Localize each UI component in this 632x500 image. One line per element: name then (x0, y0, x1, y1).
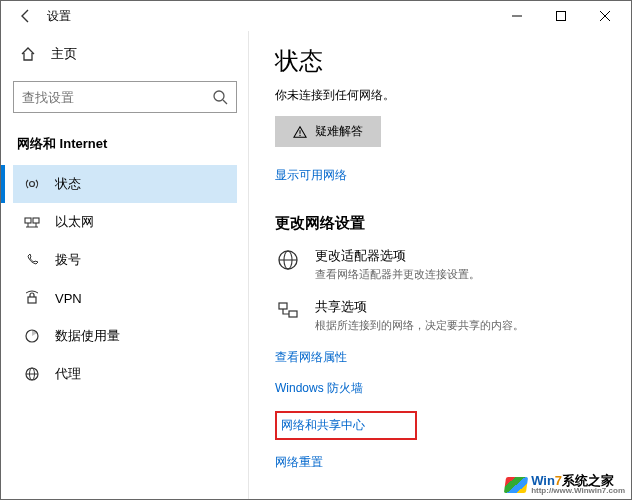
warning-icon (293, 125, 307, 139)
firewall-link[interactable]: Windows 防火墙 (275, 380, 613, 397)
adapter-options-title: 更改适配器选项 (315, 247, 480, 265)
change-settings-header: 更改网络设置 (275, 214, 613, 233)
sharing-center-link[interactable]: 网络和共享中心 (281, 417, 365, 434)
svg-point-4 (214, 91, 224, 101)
globe-icon (275, 247, 301, 273)
sidebar-item-label: VPN (55, 291, 82, 306)
window-title: 设置 (47, 8, 71, 25)
search-icon (212, 89, 228, 105)
show-networks-link[interactable]: 显示可用网络 (275, 167, 347, 184)
titlebar: 设置 (1, 1, 631, 31)
sidebar-item-label: 拨号 (55, 251, 81, 269)
sidebar-item-label: 状态 (55, 175, 81, 193)
svg-rect-1 (557, 12, 566, 21)
search-box[interactable] (13, 81, 237, 113)
back-button[interactable] (17, 7, 35, 25)
sharing-icon (275, 298, 301, 324)
troubleshoot-label: 疑难解答 (315, 123, 363, 140)
windows-flag-icon (504, 477, 528, 493)
svg-rect-7 (25, 218, 31, 223)
sidebar: 主页 网络和 Internet 状态以太网拨号VPN数据使用量代理 (1, 31, 249, 499)
minimize-button[interactable] (495, 1, 539, 31)
svg-rect-8 (33, 218, 39, 223)
sidebar-item-label: 代理 (55, 365, 81, 383)
troubleshoot-button[interactable]: 疑难解答 (275, 116, 381, 147)
home-nav[interactable]: 主页 (13, 39, 237, 69)
highlight-box: 网络和共享中心 (275, 411, 417, 440)
home-label: 主页 (51, 45, 77, 63)
sharing-options-title: 共享选项 (315, 298, 524, 316)
sidebar-item-0[interactable]: 状态 (13, 165, 237, 203)
svg-rect-12 (28, 297, 36, 303)
sidebar-item-label: 以太网 (55, 213, 94, 231)
network-reset-link[interactable]: 网络重置 (275, 454, 613, 471)
ethernet-icon (23, 213, 41, 231)
sidebar-item-4[interactable]: 数据使用量 (13, 317, 237, 355)
data-usage-icon (23, 327, 41, 345)
dialup-icon (23, 251, 41, 269)
sidebar-category: 网络和 Internet (13, 131, 237, 165)
svg-rect-22 (279, 303, 287, 309)
page-title: 状态 (275, 45, 613, 77)
sidebar-item-1[interactable]: 以太网 (13, 203, 237, 241)
maximize-button[interactable] (539, 1, 583, 31)
home-icon (19, 45, 37, 63)
svg-line-5 (223, 100, 227, 104)
sidebar-item-label: 数据使用量 (55, 327, 120, 345)
sidebar-item-5[interactable]: 代理 (13, 355, 237, 393)
network-properties-link[interactable]: 查看网络属性 (275, 349, 613, 366)
svg-point-18 (299, 134, 300, 135)
status-message: 你未连接到任何网络。 (275, 87, 613, 104)
adapter-options-row[interactable]: 更改适配器选项 查看网络适配器并更改连接设置。 (275, 247, 613, 282)
sidebar-item-3[interactable]: VPN (13, 279, 237, 317)
vpn-icon (23, 289, 41, 307)
sharing-options-row[interactable]: 共享选项 根据所连接到的网络，决定要共享的内容。 (275, 298, 613, 333)
status-icon (23, 175, 41, 193)
adapter-options-desc: 查看网络适配器并更改连接设置。 (315, 267, 480, 282)
search-input[interactable] (22, 90, 212, 105)
proxy-icon (23, 365, 41, 383)
svg-rect-23 (289, 311, 297, 317)
sidebar-item-2[interactable]: 拨号 (13, 241, 237, 279)
sharing-options-desc: 根据所连接到的网络，决定要共享的内容。 (315, 318, 524, 333)
watermark: Win7系统之家 http://www.Winwin7.com (505, 474, 625, 495)
close-button[interactable] (583, 1, 627, 31)
watermark-url: http://www.Winwin7.com (531, 487, 625, 495)
svg-point-6 (30, 182, 35, 187)
main-panel: 状态 你未连接到任何网络。 疑难解答 显示可用网络 更改网络设置 更改适配器选项… (249, 31, 631, 499)
